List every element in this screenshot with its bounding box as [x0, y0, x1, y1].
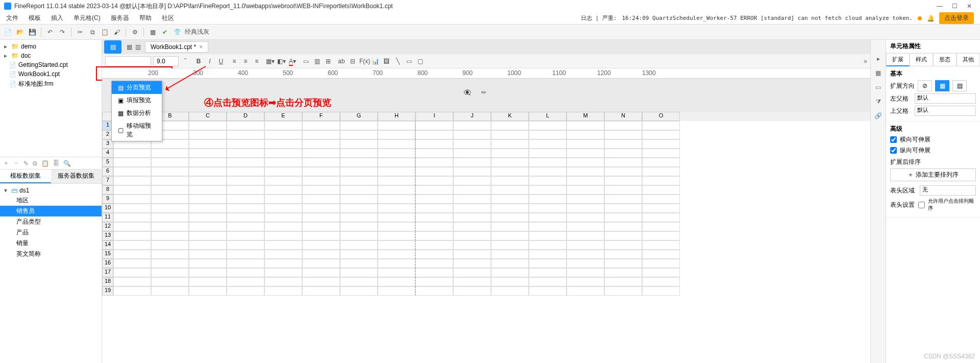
column-header[interactable]: I [415, 112, 453, 121]
cell[interactable] [491, 222, 529, 231]
cell[interactable] [604, 167, 642, 176]
cell[interactable] [415, 268, 453, 277]
row-header[interactable]: 5 [102, 158, 113, 167]
cell[interactable] [378, 167, 415, 176]
column-header[interactable]: N [604, 112, 642, 121]
cell[interactable] [415, 158, 453, 167]
cell[interactable] [113, 231, 151, 240]
cell[interactable] [415, 213, 453, 222]
cell[interactable] [604, 158, 642, 167]
cell[interactable] [302, 121, 340, 130]
cell[interactable] [113, 204, 151, 213]
cell[interactable] [189, 286, 227, 296]
cell[interactable] [642, 121, 680, 130]
cell[interactable] [567, 149, 604, 158]
cell[interactable] [113, 268, 151, 277]
cell[interactable] [340, 176, 378, 185]
cell[interactable] [302, 149, 340, 158]
cell[interactable] [604, 222, 642, 231]
italic-icon[interactable]: I [205, 58, 214, 65]
cell[interactable] [113, 240, 151, 250]
cell[interactable] [491, 231, 529, 240]
tree-file[interactable]: 📄GettingStarted.cpt [0, 60, 102, 69]
cell[interactable] [529, 213, 567, 222]
cell[interactable] [189, 231, 227, 240]
cell[interactable] [340, 185, 378, 195]
cell[interactable] [604, 204, 642, 213]
cell[interactable] [302, 195, 340, 204]
ds-add-icon[interactable]: ＋ [3, 159, 9, 167]
cell[interactable] [453, 149, 491, 158]
cell[interactable] [113, 259, 151, 268]
row-header[interactable]: 4 [102, 149, 113, 158]
tree-folder[interactable]: ▸📁demo [0, 42, 102, 51]
cell[interactable] [340, 259, 378, 268]
cell[interactable] [567, 167, 604, 176]
cell[interactable] [227, 139, 264, 149]
cell[interactable] [189, 268, 227, 277]
ds-field-selected[interactable]: 销售员 [0, 206, 102, 216]
cell[interactable] [189, 277, 227, 286]
cell[interactable] [567, 231, 604, 240]
cell[interactable] [529, 149, 567, 158]
row-header[interactable]: 8 [102, 185, 113, 195]
cell[interactable] [227, 130, 264, 139]
theme-label[interactable]: 经典浅灰 [185, 28, 209, 36]
cell[interactable] [415, 176, 453, 185]
header-area-select[interactable]: 无 [920, 185, 976, 196]
menu-file[interactable]: 文件 [6, 14, 18, 22]
dir-horizontal-button[interactable]: ▤ [952, 80, 967, 91]
cell[interactable] [302, 130, 340, 139]
cell[interactable] [491, 240, 529, 250]
cell[interactable] [189, 139, 227, 149]
cell[interactable] [113, 176, 151, 185]
cell[interactable] [491, 259, 529, 268]
cell[interactable] [378, 204, 415, 213]
cell[interactable] [567, 222, 604, 231]
login-button[interactable]: 点击登录 [939, 12, 974, 24]
column-header[interactable]: E [264, 112, 302, 121]
cell[interactable] [264, 130, 302, 139]
cell[interactable] [415, 149, 453, 158]
cell[interactable] [302, 176, 340, 185]
font-color-icon[interactable]: A▾ [288, 58, 297, 65]
layer-tool-icon[interactable]: ▭ [875, 84, 881, 91]
cell[interactable] [378, 213, 415, 222]
cell[interactable] [113, 158, 151, 167]
cell[interactable] [415, 277, 453, 286]
cell[interactable] [604, 277, 642, 286]
font-family-select[interactable] [105, 56, 151, 66]
text-icon[interactable]: ab [337, 58, 346, 65]
cell[interactable] [642, 222, 680, 231]
cell[interactable] [604, 149, 642, 158]
cell[interactable] [151, 250, 189, 259]
cell[interactable] [340, 268, 378, 277]
cell[interactable] [567, 185, 604, 195]
row-header[interactable]: 19 [102, 286, 113, 296]
cell[interactable] [378, 195, 415, 204]
cell[interactable] [113, 185, 151, 195]
cell[interactable] [113, 149, 151, 158]
cell[interactable] [113, 195, 151, 204]
cell[interactable] [378, 250, 415, 259]
align-center-icon[interactable]: ≡ [241, 58, 250, 65]
cell[interactable] [491, 130, 529, 139]
cell[interactable] [453, 240, 491, 250]
cell[interactable] [491, 139, 529, 149]
cell[interactable] [453, 139, 491, 149]
block-icon[interactable]: ▦ [148, 28, 157, 37]
preview-analysis[interactable]: ▦数据分析 [112, 107, 162, 119]
cell[interactable] [642, 213, 680, 222]
cell[interactable] [189, 204, 227, 213]
cell[interactable] [302, 277, 340, 286]
cell[interactable] [264, 213, 302, 222]
cell[interactable] [113, 222, 151, 231]
row-header[interactable]: 9 [102, 195, 113, 204]
widget-icon[interactable]: ▢ [415, 58, 425, 65]
number-icon[interactable]: ⊟ [348, 58, 357, 65]
menu-server[interactable]: 服务器 [111, 14, 129, 22]
cell[interactable] [567, 240, 604, 250]
cell[interactable] [567, 277, 604, 286]
row-header[interactable]: 16 [102, 259, 113, 268]
cell[interactable] [378, 139, 415, 149]
